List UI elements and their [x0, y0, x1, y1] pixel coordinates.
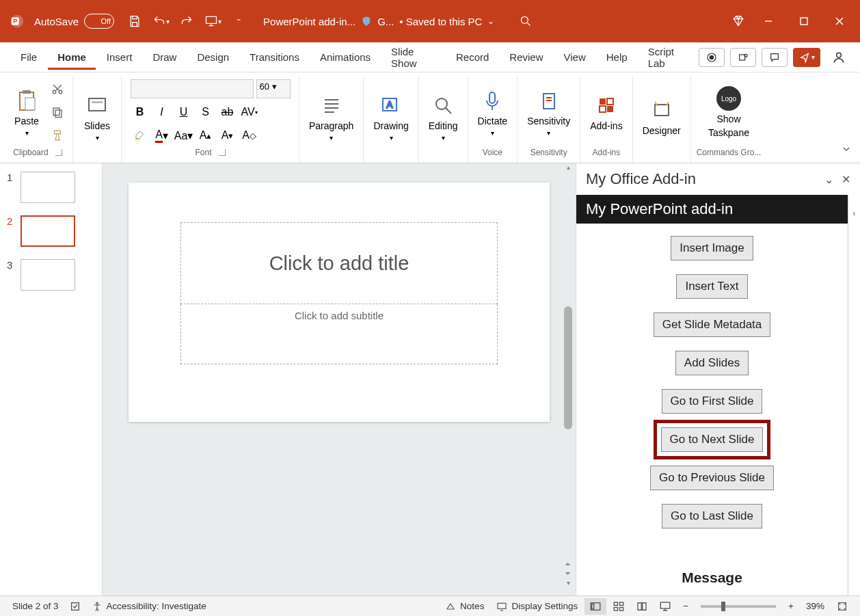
- italic-button[interactable]: I: [152, 103, 172, 122]
- tab-file[interactable]: File: [11, 44, 46, 70]
- zoom-slider[interactable]: [701, 605, 776, 608]
- spacing-button[interactable]: AV▾: [240, 103, 259, 122]
- tab-help[interactable]: Help: [597, 44, 637, 70]
- slide-count[interactable]: Slide 2 of 3: [7, 601, 64, 611]
- account-button[interactable]: [826, 48, 852, 67]
- go-next-slide-button[interactable]: Go to Next Slide: [661, 427, 764, 452]
- share-button[interactable]: ▾: [793, 48, 820, 67]
- redo-button[interactable]: [176, 10, 198, 32]
- save-button[interactable]: [124, 10, 146, 32]
- canvas-scrollbar[interactable]: ▴: [563, 163, 573, 595]
- title-placeholder[interactable]: Click to add title: [180, 222, 498, 304]
- close-button[interactable]: [823, 5, 856, 38]
- sensitivity-button[interactable]: Sensitivity▾: [523, 85, 574, 139]
- font-family-combo[interactable]: [131, 79, 254, 98]
- comments-button[interactable]: [762, 48, 788, 67]
- underline-button[interactable]: U: [174, 103, 193, 122]
- slideshow-view-button[interactable]: [654, 598, 676, 615]
- cut-button[interactable]: [48, 79, 67, 98]
- slides-button[interactable]: Slides▾: [79, 90, 116, 144]
- grow-font-button[interactable]: A▴: [196, 126, 215, 145]
- svg-rect-24: [489, 92, 495, 103]
- qat-customize[interactable]: ⁼: [228, 10, 250, 32]
- chevron-down-icon[interactable]: ⌄: [487, 16, 494, 26]
- tab-view[interactable]: View: [554, 44, 595, 70]
- designer-button[interactable]: Designer: [639, 95, 685, 139]
- thumbnail-3[interactable]: 3: [7, 259, 95, 291]
- clipboard-dialog-launcher[interactable]: [55, 149, 62, 156]
- ribbon-collapse-button[interactable]: [841, 144, 852, 157]
- tab-slideshow[interactable]: Slide Show: [381, 39, 445, 76]
- thumbnail-2[interactable]: 2: [7, 215, 95, 247]
- undo-button[interactable]: ▾: [150, 10, 172, 32]
- search-button[interactable]: [515, 10, 537, 32]
- minimize-button[interactable]: [752, 5, 785, 38]
- slide[interactable]: Click to add title Click to add subtitle: [129, 183, 550, 422]
- go-first-slide-button[interactable]: Go to First Slide: [662, 389, 763, 414]
- camera-button[interactable]: [699, 48, 725, 67]
- zoom-in-button[interactable]: +: [783, 601, 799, 611]
- highlight-button[interactable]: [131, 126, 150, 145]
- copy-button[interactable]: [48, 103, 67, 122]
- normal-view-button[interactable]: [584, 598, 606, 615]
- sorter-view-button[interactable]: [608, 598, 630, 615]
- strike-button[interactable]: ab: [218, 103, 237, 122]
- change-case-button[interactable]: Aa▾: [174, 126, 193, 145]
- show-taskpane-button[interactable]: LogoShowTaskpane: [704, 83, 753, 141]
- font-dialog-launcher[interactable]: [219, 149, 226, 156]
- addins-button[interactable]: Add-ins: [586, 90, 626, 134]
- go-prev-slide-button[interactable]: Go to Previous Slide: [650, 466, 774, 490]
- sensitivity-indicator[interactable]: G...: [377, 16, 394, 27]
- add-slides-button[interactable]: Add Slides: [675, 351, 749, 375]
- font-color-button[interactable]: A▾: [152, 126, 172, 145]
- fit-window-button[interactable]: [831, 601, 853, 612]
- display-settings-button[interactable]: Display Settings: [491, 601, 583, 612]
- paste-button[interactable]: Paste▾: [8, 85, 45, 139]
- bold-button[interactable]: B: [131, 103, 150, 122]
- autosave-toggle[interactable]: AutoSave Off: [34, 14, 114, 29]
- spellcheck-icon[interactable]: [64, 601, 86, 612]
- taskpane-menu-button[interactable]: ⌄: [824, 173, 833, 186]
- zoom-level[interactable]: 39%: [801, 601, 830, 611]
- accessibility-status[interactable]: Accessibility: Investigate: [86, 601, 212, 612]
- svg-rect-40: [660, 602, 670, 608]
- editing-button[interactable]: Editing▾: [425, 90, 462, 144]
- clear-format-button[interactable]: A◇: [240, 126, 259, 145]
- reading-view-button[interactable]: [631, 598, 653, 615]
- subtitle-placeholder[interactable]: Click to add subtitle: [180, 304, 498, 364]
- tab-home[interactable]: Home: [48, 44, 96, 70]
- diamond-icon[interactable]: [727, 10, 749, 32]
- dictate-button[interactable]: Dictate▾: [474, 85, 512, 139]
- teams-button[interactable]: [730, 48, 756, 67]
- dictate-label: Dictate: [478, 116, 508, 126]
- tab-design[interactable]: Design: [187, 44, 239, 70]
- addins-group-label: Add-ins: [593, 145, 621, 160]
- tab-animations[interactable]: Animations: [310, 44, 380, 70]
- present-button[interactable]: ▾: [202, 10, 224, 32]
- get-metadata-button[interactable]: Get Slide Metadata: [654, 312, 771, 337]
- prev-slide-arrow[interactable]: ⏶: [563, 560, 573, 570]
- format-painter-button[interactable]: [48, 126, 67, 145]
- insert-image-button[interactable]: Insert Image: [671, 236, 753, 260]
- shrink-font-button[interactable]: A▾: [218, 126, 237, 145]
- shadow-button[interactable]: S: [196, 103, 215, 122]
- notes-button[interactable]: Notes: [440, 601, 489, 612]
- tab-record[interactable]: Record: [446, 44, 498, 70]
- drawing-button[interactable]: ADrawing▾: [369, 90, 412, 144]
- insert-text-button[interactable]: Insert Text: [676, 274, 747, 299]
- taskpane-expand-handle[interactable]: ‹: [848, 195, 860, 595]
- save-status[interactable]: • Saved to this PC: [399, 16, 482, 27]
- go-last-slide-button[interactable]: Go to Last Slide: [662, 504, 762, 528]
- tab-insert[interactable]: Insert: [97, 44, 142, 70]
- paragraph-button[interactable]: Paragraph▾: [305, 90, 358, 144]
- zoom-out-button[interactable]: −: [677, 601, 694, 611]
- maximize-button[interactable]: [788, 5, 820, 38]
- taskpane-close-button[interactable]: ✕: [842, 173, 850, 186]
- font-size-combo[interactable]: 60 ▾: [256, 79, 291, 98]
- thumbnail-1[interactable]: 1: [7, 172, 95, 203]
- tab-draw[interactable]: Draw: [143, 44, 186, 70]
- tab-scriptlab[interactable]: Script Lab: [639, 39, 697, 76]
- tab-transitions[interactable]: Transitions: [240, 44, 309, 70]
- tab-review[interactable]: Review: [500, 44, 552, 70]
- next-slide-arrow[interactable]: ⏷: [563, 570, 573, 579]
